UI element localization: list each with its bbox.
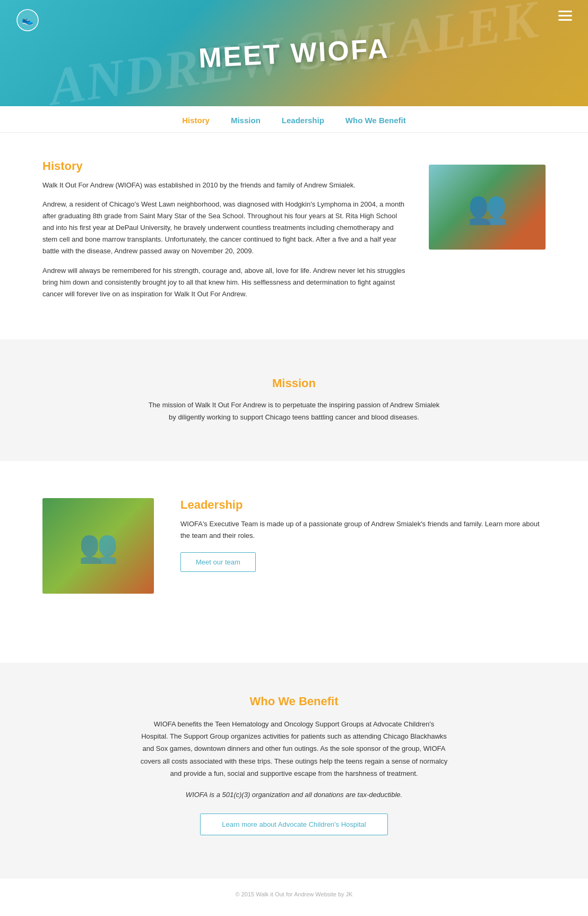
leadership-group-photo bbox=[42, 498, 154, 594]
leadership-text-block: Leadership WIOFA's Executive Team is mad… bbox=[180, 498, 546, 572]
history-image-block bbox=[429, 159, 546, 307]
who-benefit-tax-note: WIOFA is a 501(c)(3) organization and al… bbox=[140, 789, 448, 801]
leadership-image-block bbox=[42, 498, 154, 594]
leadership-text: WIOFA's Executive Team is made up of a p… bbox=[180, 518, 546, 542]
footer: © 2015 Walk it Out for Andrew Website by… bbox=[0, 878, 588, 910]
history-para3: Andrew will always be remembered for his… bbox=[42, 265, 408, 300]
nav-mission[interactable]: Mission bbox=[231, 116, 261, 125]
history-heading: History bbox=[42, 159, 408, 173]
history-para1: Walk It Out For Andrew (WIOFA) was estab… bbox=[42, 179, 408, 191]
mission-section: Mission The mission of Walk It Out For A… bbox=[0, 339, 588, 461]
footer-text: © 2015 Walk it Out for Andrew Website by… bbox=[236, 891, 353, 897]
spacer-white bbox=[0, 631, 588, 663]
who-we-benefit-section: Who We Benefit WIOFA benefits the Teen H… bbox=[0, 663, 588, 878]
who-benefit-heading: Who We Benefit bbox=[64, 695, 524, 708]
nav-history[interactable]: History bbox=[182, 116, 210, 125]
history-section: History Walk It Out For Andrew (WIOFA) w… bbox=[0, 133, 588, 339]
leadership-section: Leadership WIOFA's Executive Team is mad… bbox=[0, 461, 588, 631]
history-para2: Andrew, a resident of Chicago's West Law… bbox=[42, 199, 408, 257]
nav-who-we-benefit[interactable]: Who We Benefit bbox=[345, 116, 406, 125]
leadership-heading: Leadership bbox=[180, 498, 546, 512]
hero-section: ANDREW SMIALEK 👟 MEET WIOFA bbox=[0, 0, 588, 106]
advocate-hospital-button[interactable]: Learn more about Advocate Children's Hos… bbox=[200, 814, 387, 835]
mission-heading: Mission bbox=[64, 376, 524, 390]
main-nav: History Mission Leadership Who We Benefi… bbox=[0, 106, 588, 133]
who-benefit-para1: WIOFA benefits the Teen Hematology and O… bbox=[140, 718, 448, 780]
logo[interactable]: 👟 bbox=[16, 8, 39, 32]
meet-our-team-button[interactable]: Meet our team bbox=[180, 552, 256, 572]
mission-text: The mission of Walk It Out For Andrew is… bbox=[145, 399, 443, 424]
nav-leadership[interactable]: Leadership bbox=[282, 116, 324, 125]
svg-text:👟: 👟 bbox=[22, 14, 34, 26]
history-text-block: History Walk It Out For Andrew (WIOFA) w… bbox=[42, 159, 408, 307]
history-group-photo bbox=[429, 165, 546, 250]
hamburger-menu[interactable] bbox=[558, 11, 572, 21]
